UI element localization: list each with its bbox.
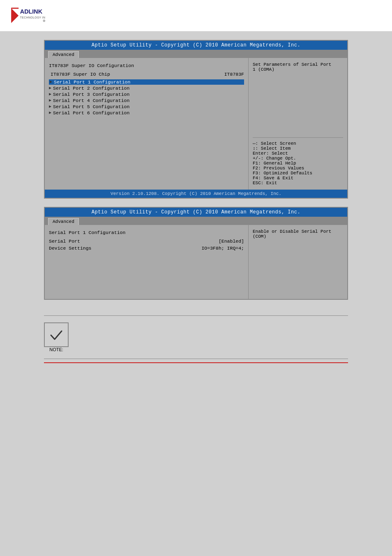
note-section: NOTE: xyxy=(44,308,348,367)
key-f4: F4: Save & Exit xyxy=(253,176,343,181)
bios-help-text-1: Set Parameters of Serial Port1 (COMA) xyxy=(253,62,343,72)
bios-left-panel-2: Serial Port 1 Configuration Serial Port … xyxy=(45,225,249,299)
svg-text:TECHNOLOGY INC.: TECHNOLOGY INC. xyxy=(20,16,45,19)
section-title-2: Serial Port 1 Configuration xyxy=(49,230,244,235)
bios-footer-1: Version 2.10.1208. Copyright (C) 2010 Am… xyxy=(45,190,347,198)
bios-tab-bar-1: Advanced xyxy=(45,50,347,58)
device-settings-value: IO=3F8h; IRQ=4; xyxy=(201,246,244,251)
menu-item-0[interactable]: ► Serial Port 1 Configuration xyxy=(49,79,244,85)
note-icon-box xyxy=(44,322,69,347)
menu-item-3[interactable]: ► Serial Port 4 Configuration xyxy=(49,98,244,103)
menu-item-label-4: Serial Port 5 Configuration xyxy=(53,104,129,109)
svg-text:R: R xyxy=(44,20,45,22)
key-select-screen: ↔: Select Screen xyxy=(253,141,343,146)
menu-item-label-0: Serial Port 1 Configuration xyxy=(54,79,130,85)
menu-item-label-3: Serial Port 4 Configuration xyxy=(53,98,129,103)
bios-left-panel-1: IT8783F Super IO Configuration IT8783F S… xyxy=(45,58,249,190)
key-change-opt: +/-: Change Opt. xyxy=(253,156,343,161)
menu-item-5[interactable]: ► Serial Port 6 Configuration xyxy=(49,110,244,116)
menu-item-label-1: Serial Port 2 Configuration xyxy=(53,86,129,91)
bios-right-panel-2: Enable or Disable Serial Port(COM) xyxy=(249,225,347,299)
menu-item-label-2: Serial Port 3 Configuration xyxy=(53,92,129,97)
bios-content-2: Serial Port 1 Configuration Serial Port … xyxy=(45,225,347,299)
key-f3: F3: Optimized Defaults xyxy=(253,171,343,176)
key-f1: F1: General Help xyxy=(253,161,343,166)
serial-port-value: [Enabled] xyxy=(219,239,244,244)
serial-port-label: Serial Port xyxy=(49,239,80,244)
bottom-red-line xyxy=(44,362,348,363)
section-title-1: IT8783F Super IO Configuration xyxy=(49,63,244,68)
key-enter: Enter: Select xyxy=(253,151,343,156)
note-label: NOTE: xyxy=(49,347,63,352)
advanced-tab-2[interactable]: Advanced xyxy=(48,218,79,225)
key-esc: ESC: Exit xyxy=(253,181,343,185)
key-f2: F2: Previous Values xyxy=(253,166,343,171)
bios-title-2: Aptio Setup Utility - Copyright (C) 2010… xyxy=(45,208,347,217)
svg-marker-0 xyxy=(11,8,18,23)
arrow-icon-1: ► xyxy=(49,86,51,90)
svg-text:ADLINK: ADLINK xyxy=(20,8,43,15)
top-bar: ADLINK TECHNOLOGY INC. R xyxy=(0,0,392,32)
menu-item-4[interactable]: ► Serial Port 5 Configuration xyxy=(49,104,244,109)
device-settings-row: Device Settings IO=3F8h; IRQ=4; xyxy=(49,246,244,251)
bios-screen-1: Aptio Setup Utility - Copyright (C) 2010… xyxy=(44,40,348,199)
chip-label: IT8783F Super IO Chip xyxy=(51,72,110,77)
chip-row: IT8783F Super IO Chip IT8783F xyxy=(51,72,244,77)
device-settings-label: Device Settings xyxy=(49,246,92,251)
arrow-icon-3: ► xyxy=(49,98,51,103)
note-content: NOTE: xyxy=(44,319,348,355)
note-top-divider xyxy=(44,315,348,316)
bios-right-panel-1: Set Parameters of Serial Port1 (COMA) ↔:… xyxy=(249,58,347,190)
bios-help-text-2: Enable or Disable Serial Port(COM) xyxy=(253,229,343,239)
advanced-tab-1[interactable]: Advanced xyxy=(48,51,79,58)
bios-key-legend-1: ↔: Select Screen ↕: Select Item Enter: S… xyxy=(253,137,343,185)
bios-tab-bar-2: Advanced xyxy=(45,217,347,225)
bios-title-1: Aptio Setup Utility - Copyright (C) 2010… xyxy=(45,41,347,50)
chip-value: IT8783F xyxy=(224,72,244,77)
logo: ADLINK TECHNOLOGY INC. R xyxy=(8,5,45,26)
arrow-icon-0: ► xyxy=(50,80,52,84)
note-icon-wrapper: NOTE: xyxy=(44,322,69,352)
bios-content-1: IT8783F Super IO Configuration IT8783F S… xyxy=(45,58,347,190)
menu-item-label-5: Serial Port 6 Configuration xyxy=(53,110,129,116)
bios-screen-2: Aptio Setup Utility - Copyright (C) 2010… xyxy=(44,207,348,300)
menu-item-1[interactable]: ► Serial Port 2 Configuration xyxy=(49,86,244,91)
key-select-item: ↕: Select Item xyxy=(253,146,343,151)
serial-port-row: Serial Port [Enabled] xyxy=(49,239,244,244)
note-bottom-divider xyxy=(44,359,348,359)
arrow-icon-5: ► xyxy=(49,111,51,115)
menu-item-2[interactable]: ► Serial Port 3 Configuration xyxy=(49,92,244,97)
arrow-icon-2: ► xyxy=(49,92,51,97)
arrow-icon-4: ► xyxy=(49,104,51,109)
